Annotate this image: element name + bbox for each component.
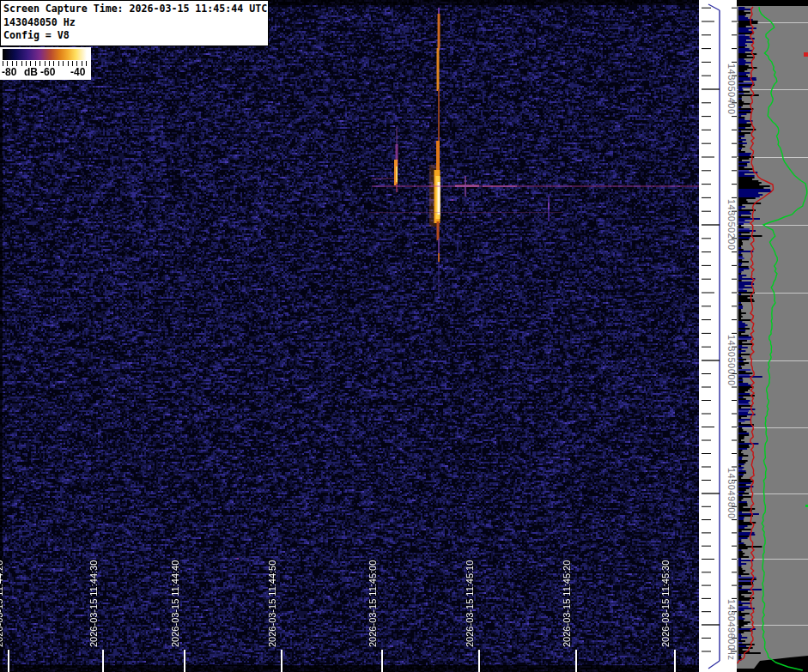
freq-label: 143050200 (726, 199, 737, 251)
freq-label: 143050400 (726, 64, 737, 115)
color-scale-label: -80 (2, 66, 16, 78)
time-tick (8, 650, 9, 672)
freq-label: 143049600 (726, 599, 737, 651)
time-tick (102, 650, 104, 672)
frequency-text: 143048050 Hz (3, 16, 268, 30)
capture-time-text: Screen Capture Time: 2026-03-15 11:45:44… (3, 3, 268, 16)
color-scale-gradient (3, 49, 87, 60)
spectrum-graph[interactable] (737, 0, 808, 672)
time-label: 2026-03-15 11:45:00 (368, 560, 379, 647)
time-label: 2026-03-15 11:45:10 (465, 560, 476, 647)
time-label: 2026-03-15 11:44:30 (88, 560, 100, 647)
config-text: Config = V8 (3, 29, 268, 43)
freq-label: 143050000 (726, 335, 737, 386)
time-tick (281, 650, 282, 672)
time-label: 2026-03-15 11:44:50 (267, 560, 278, 647)
waterfall-spectrogram[interactable] (0, 0, 699, 672)
freq-label: 143049800 (726, 468, 737, 519)
color-scale-label: dB (24, 66, 38, 78)
time-tick (184, 650, 185, 672)
freq-unit-label: Hz (726, 648, 737, 660)
color-scale-label: -40 (70, 66, 85, 78)
color-scale-label: -60 (40, 66, 55, 78)
time-tick (575, 650, 577, 672)
time-tick (381, 650, 383, 672)
capture-info-box: Screen Capture Time: 2026-03-15 11:45:44… (0, 0, 269, 46)
time-label: 2026-03-15 11:44:40 (170, 560, 181, 647)
time-tick (674, 650, 676, 672)
time-label: 2026-03-15 11:45:20 (562, 560, 573, 647)
color-scale-legend: -80 dB -60 -40 (0, 47, 91, 80)
time-label: 2026-03-15 11:45:30 (660, 560, 671, 647)
time-tick (478, 650, 480, 672)
spectrum-lab-window: 143050400 143050200 143050000 143049800 … (0, 0, 808, 672)
time-label: 2026-03-15 11:44:20 (0, 560, 5, 647)
